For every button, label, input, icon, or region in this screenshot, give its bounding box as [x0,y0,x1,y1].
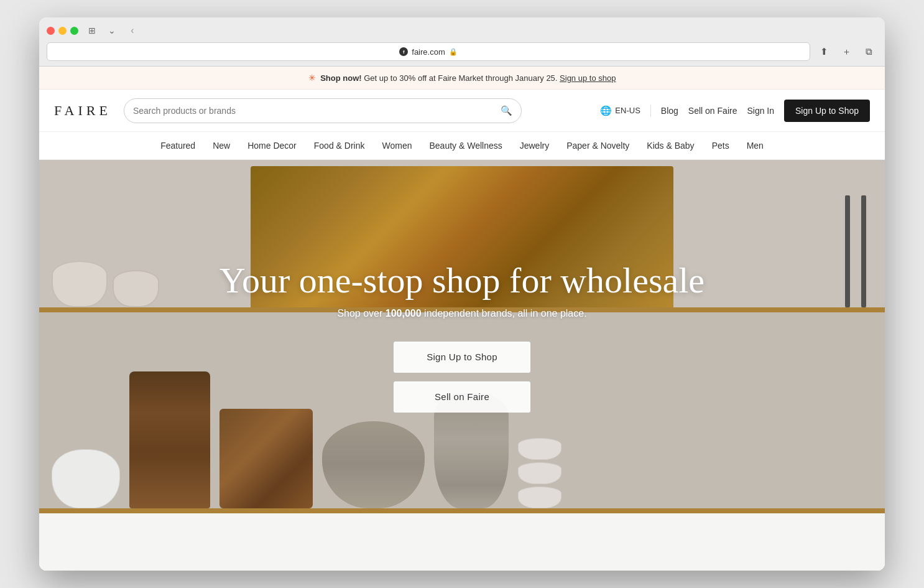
nav-item-kids-baby[interactable]: Kids & Baby [647,141,694,151]
blog-link[interactable]: Blog [661,106,678,116]
close-button[interactable] [47,27,55,35]
back-button[interactable]: ‹ [126,24,139,37]
address-bar[interactable]: f faire.com 🔒 [47,42,810,61]
announcement-bold: Shop now! [320,73,361,83]
lock-icon: 🔒 [449,48,458,56]
hero-overlay: Your one-stop shop for wholesale Shop ov… [39,160,885,513]
nav-item-new[interactable]: New [213,141,230,151]
language-selector[interactable]: 🌐 EN-US [600,105,640,116]
hero-sell-button[interactable]: Sell on Faire [394,381,530,413]
globe-icon: 🌐 [600,105,612,116]
browser-chrome: ⊞ ⌄ ‹ f faire.com 🔒 ⬆ ＋ ⧉ [39,17,885,67]
nav-item-beauty-wellness[interactable]: Beauty & Wellness [429,141,502,151]
nav-item-food-drink[interactable]: Food & Drink [314,141,365,151]
search-icon: 🔍 [501,105,512,116]
header-divider [650,105,651,117]
language-label: EN-US [615,106,640,115]
tabs-button[interactable]: ⧉ [860,43,877,60]
header: FAIRE 🔍 🌐 EN-US Blog Sell on Faire Sign … [39,90,885,132]
header-right: 🌐 EN-US Blog Sell on Faire Sign In Sign … [600,100,870,122]
new-tab-button[interactable]: ＋ [838,43,855,60]
url-text: faire.com [412,47,445,57]
logo[interactable]: FAIRE [54,103,111,119]
search-input[interactable] [133,106,496,116]
browser-window: ⊞ ⌄ ‹ f faire.com 🔒 ⬆ ＋ ⧉ ✳ Shop now! Ge… [39,17,885,571]
favicon: f [399,47,408,56]
search-bar[interactable]: 🔍 [124,98,522,123]
sign-up-to-shop-button[interactable]: Sign Up to Shop [784,100,870,122]
hero-subtitle: Shop over 100,000 independent brands, al… [337,308,586,319]
sign-in-button[interactable]: Sign In [747,106,774,116]
announcement-banner: ✳ Shop now! Get up to 30% off at Faire M… [39,67,885,90]
star-icon: ✳ [308,73,316,83]
announcement-text: Get up to 30% off at Faire Market throug… [364,73,557,83]
page-content: ✳ Shop now! Get up to 30% off at Faire M… [39,67,885,571]
nav-item-men[interactable]: Men [747,141,764,151]
tab-chevron-icon[interactable]: ⌄ [106,24,118,37]
nav-item-paper-novelty[interactable]: Paper & Novelty [566,141,629,151]
nav-item-women[interactable]: Women [382,141,412,151]
traffic-lights [47,27,78,35]
nav-item-jewelry[interactable]: Jewelry [520,141,549,151]
announcement-link[interactable]: Sign up to shop [560,73,616,83]
hero-subtitle-plain: Shop over [337,308,385,319]
nav-bar: Featured New Home Decor Food & Drink Wom… [39,132,885,160]
hero-signup-button[interactable]: Sign Up to Shop [394,342,530,373]
sell-on-faire-link[interactable]: Sell on Faire [688,106,737,116]
hero-title: Your one-stop shop for wholesale [219,261,705,301]
browser-titlebar: ⊞ ⌄ ‹ [47,24,877,37]
nav-item-featured[interactable]: Featured [160,141,195,151]
minimize-button[interactable] [58,27,67,35]
bottom-area [39,513,885,571]
hero-subtitle-bold: 100,000 [386,308,422,319]
nav-item-pets[interactable]: Pets [712,141,729,151]
hero-subtitle-end: independent brands, all in one place. [422,308,587,319]
maximize-button[interactable] [70,27,78,35]
hero-buttons: Sign Up to Shop Sell on Faire [394,342,530,413]
nav-item-home-decor[interactable]: Home Decor [247,141,297,151]
hero-section: Your one-stop shop for wholesale Shop ov… [39,160,885,513]
share-button[interactable]: ⬆ [815,43,833,60]
tab-overview-icon[interactable]: ⊞ [86,24,98,37]
address-bar-row: f faire.com 🔒 ⬆ ＋ ⧉ [47,42,877,66]
